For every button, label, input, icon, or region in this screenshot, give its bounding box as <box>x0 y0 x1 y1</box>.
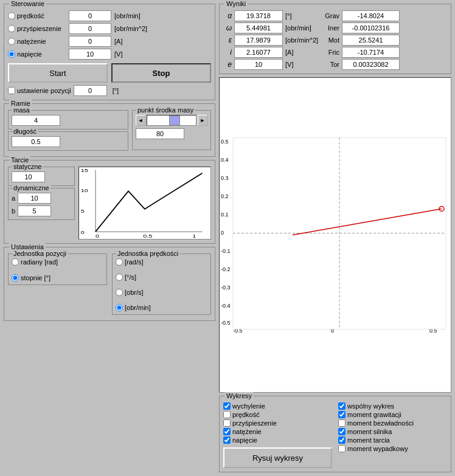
input-predkosc[interactable] <box>69 10 111 21</box>
svg-text:0.1: 0.1 <box>221 212 229 218</box>
a-input[interactable] <box>18 193 51 204</box>
punkt-input[interactable] <box>136 128 184 139</box>
cb-graw[interactable] <box>338 411 346 418</box>
radio-degs[interactable] <box>116 274 123 281</box>
check-napiecie: napięcie <box>223 436 332 444</box>
slider-thumb <box>169 116 180 125</box>
cb-przyspieszenie[interactable] <box>223 419 231 427</box>
ramie-left: masa długość <box>8 110 128 153</box>
input-mot[interactable] <box>342 35 400 46</box>
slider-right-btn[interactable]: ► <box>198 115 207 126</box>
position-checkbox-label[interactable]: ustawienie pozycji <box>8 87 71 94</box>
wyniki-row-e: e [V] Tor <box>223 59 447 70</box>
radio-przyspieszenie-label[interactable]: przyśpieszenie <box>8 25 69 32</box>
label-omega: ω <box>223 24 232 32</box>
slider-left-btn[interactable]: ◄ <box>136 115 145 126</box>
wyniki-row-epsilon: ε [obr/min^2] Mot <box>223 35 447 46</box>
buttons-row: Start Stop <box>8 63 211 83</box>
cb-natezenie[interactable] <box>223 428 231 435</box>
cb-wychylenie[interactable] <box>223 402 231 410</box>
svg-text:-0.1: -0.1 <box>221 248 231 254</box>
radio-radiany[interactable] <box>12 258 19 266</box>
check-predkosc: prędkość <box>223 411 332 418</box>
check-natezenie: natężenie <box>223 428 332 435</box>
cb-predkosc[interactable] <box>223 411 231 418</box>
input-tor[interactable] <box>342 59 400 70</box>
b-input[interactable] <box>18 205 51 216</box>
radio-obrmin[interactable] <box>116 304 123 311</box>
input-grav[interactable] <box>342 10 400 21</box>
svg-text:0.2: 0.2 <box>221 193 229 199</box>
input-fric[interactable] <box>342 47 400 58</box>
start-button[interactable]: Start <box>8 63 108 83</box>
svg-text:0: 0 <box>81 230 85 235</box>
radio-rads-label[interactable]: [rad/s] <box>116 258 176 266</box>
sterowanie-title: Sterowanie <box>9 0 46 7</box>
radio-natezenie[interactable] <box>8 38 15 45</box>
masa-subgroup: masa <box>8 110 128 129</box>
slider-track[interactable] <box>147 115 196 126</box>
svg-text:15: 15 <box>81 167 88 173</box>
sterowanie-row-natezenie: natężenie [A] <box>8 36 211 47</box>
input-alpha[interactable] <box>234 10 283 21</box>
radio-stopnie-label[interactable]: stopnie [°] <box>12 274 72 281</box>
a-row: a <box>12 193 71 204</box>
masa-input[interactable] <box>12 115 60 126</box>
input-e[interactable] <box>234 59 283 70</box>
radio-napiecie-label[interactable]: napięcie <box>8 50 69 58</box>
tarcie-chart: 15 10 5 0 0 0.5 1 <box>78 167 211 240</box>
position-row: ustawienie pozycji [°] <box>8 85 211 96</box>
radio-obrmin-label[interactable]: [obr/min] <box>116 304 176 311</box>
statyczne-subgroup: statyczne <box>8 167 75 186</box>
slider-container: ◄ ► <box>136 115 207 126</box>
radio-napiecie[interactable] <box>8 50 15 58</box>
radio-obrs-label[interactable]: [obr/s] <box>116 289 176 296</box>
statyczne-input[interactable] <box>12 171 45 182</box>
input-napiecie[interactable] <box>69 49 111 60</box>
sterowanie-row-predkosc: prędkość [obr/min] <box>8 10 211 21</box>
check-wspolny: wspólny wykres <box>338 402 447 410</box>
radio-degs-label[interactable]: [°/s] <box>116 274 176 281</box>
radio-predkosc-label[interactable]: prędkość <box>8 12 69 19</box>
svg-text:1: 1 <box>192 233 196 239</box>
jednostka-pozycji-subgroup: Jednostka pozycji radiany [rad] stopnie … <box>8 254 107 317</box>
position-input[interactable] <box>74 85 107 96</box>
cb-wspolny[interactable] <box>338 402 346 410</box>
radio-natezenie-label[interactable]: natężenie <box>8 38 69 45</box>
svg-text:-0.3: -0.3 <box>221 285 231 291</box>
wykresy-title: Wykresy <box>224 392 254 399</box>
svg-text:0.5: 0.5 <box>221 139 229 145</box>
cb-silnika[interactable] <box>338 428 346 435</box>
input-i[interactable] <box>234 47 283 58</box>
check-silnika: moment silnika <box>338 428 447 435</box>
cb-napiecie[interactable] <box>223 436 231 444</box>
input-epsilon[interactable] <box>234 35 283 46</box>
position-checkbox[interactable] <box>8 87 15 94</box>
svg-text:0.5: 0.5 <box>143 233 152 239</box>
stop-button[interactable]: Stop <box>111 63 211 83</box>
input-przyspieszenie[interactable] <box>69 23 111 34</box>
radio-rads[interactable] <box>116 258 123 266</box>
radio-stopnie[interactable] <box>12 274 19 281</box>
rysuj-button[interactable]: Rysuj wykresy <box>223 447 332 468</box>
dynamiczne-subgroup: dynamiczne a b <box>8 188 75 220</box>
svg-text:0: 0 <box>96 233 99 239</box>
input-omega[interactable] <box>234 22 283 33</box>
svg-text:-0.4: -0.4 <box>221 303 231 309</box>
cb-wypadkowy[interactable] <box>338 445 346 452</box>
cb-tarcia[interactable] <box>338 436 346 444</box>
wyniki-row-omega: ω [obr/min] Iner <box>223 22 447 33</box>
svg-text:-0.5: -0.5 <box>221 320 231 326</box>
sterowanie-group: Sterowanie prędkość [obr/min] przyśpiesz… <box>4 4 215 100</box>
radio-predkosc[interactable] <box>8 12 15 19</box>
wyniki-title: Wyniki <box>224 0 248 7</box>
input-natezenie[interactable] <box>69 36 111 47</box>
tarcie-group: Tarcie statyczne dynamiczne <box>4 160 215 244</box>
input-iner[interactable] <box>342 22 400 33</box>
cb-bezwladnosci[interactable] <box>338 419 346 427</box>
radio-przyspieszenie[interactable] <box>8 25 15 32</box>
dlugosc-input[interactable] <box>12 136 60 147</box>
wykresy-right-col: wspólny wykres moment grawitacji moment … <box>338 402 447 468</box>
radio-radiany-label[interactable]: radiany [rad] <box>12 258 72 266</box>
radio-obrs[interactable] <box>116 289 123 296</box>
